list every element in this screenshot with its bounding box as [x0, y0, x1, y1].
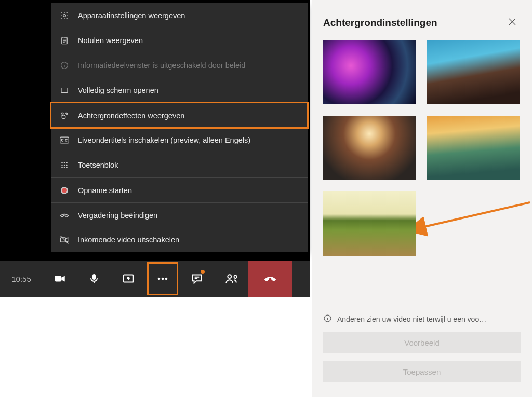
- svg-point-20: [162, 278, 164, 280]
- record-icon: [59, 185, 70, 196]
- meeting-control-bar: 10:55: [0, 261, 310, 297]
- background-option-village[interactable]: [323, 116, 416, 180]
- menu-item-label: Achtergrondeffecten weergeven: [78, 112, 184, 120]
- panel-info: Anderen zien uw video niet terwijl u een…: [312, 306, 532, 332]
- apply-button[interactable]: Toepassen: [323, 361, 521, 382]
- menu-item-label: Liveondertitels inschakelen (preview, al…: [78, 136, 250, 144]
- panel-header: Achtergrondinstellingen: [312, 0, 532, 40]
- svg-point-19: [158, 278, 161, 280]
- svg-rect-17: [92, 274, 96, 280]
- microphone-toggle-button[interactable]: [77, 261, 111, 297]
- panel-title: Achtergrondinstellingen: [323, 17, 437, 29]
- background-option-nebula[interactable]: [323, 40, 416, 104]
- more-actions-button[interactable]: [145, 261, 180, 297]
- menu-item-disable-incoming-video[interactable]: Inkomende video uitschakelen: [51, 227, 308, 252]
- notes-icon: [59, 35, 70, 46]
- captions-icon: [59, 135, 70, 145]
- menu-item-label: Notulen weergeven: [78, 36, 143, 45]
- menu-item-label: Inkomende video uitschakelen: [78, 236, 179, 244]
- background-settings-panel: Achtergrondinstellingen Anderen zien uw …: [312, 0, 532, 397]
- menu-item-label: Vergadering beëindigen: [78, 211, 157, 220]
- menu-item-keypad[interactable]: Toetsenblok: [51, 153, 308, 177]
- camera-toggle-button[interactable]: [43, 261, 77, 297]
- background-option-planet[interactable]: [427, 40, 520, 104]
- video-off-icon: [59, 235, 70, 245]
- background-option-sunset-figure[interactable]: [427, 116, 520, 180]
- phone-hangup-icon: [59, 210, 70, 221]
- menu-item-info-pane-disabled: Informatiedeelvenster is uitgeschakeld d…: [51, 53, 308, 78]
- menu-item-label: Informatiedeelvenster is uitgeschakeld d…: [78, 61, 245, 70]
- hangup-button[interactable]: [248, 261, 292, 297]
- share-screen-button[interactable]: [111, 261, 145, 297]
- notification-badge-icon: [201, 270, 205, 274]
- menu-item-start-recording[interactable]: Opname starten: [51, 177, 308, 202]
- svg-point-6: [61, 162, 62, 163]
- keypad-icon: [59, 160, 70, 170]
- menu-item-live-captions[interactable]: Liveondertitels inschakelen (preview, al…: [51, 128, 308, 153]
- menu-item-label: Toetsenblok: [78, 161, 118, 169]
- background-effects-icon: [59, 111, 70, 121]
- svg-point-11: [66, 165, 67, 166]
- fullscreen-icon: [59, 85, 70, 95]
- menu-item-label: Apparaatinstellingen weergeven: [78, 11, 185, 20]
- menu-item-label: Opname starten: [78, 186, 132, 195]
- svg-point-9: [61, 165, 62, 166]
- background-option-green-field[interactable]: [323, 191, 416, 256]
- svg-point-0: [63, 15, 66, 17]
- panel-info-text: Anderen zien uw video niet terwijl u een…: [337, 315, 486, 323]
- chat-button[interactable]: [180, 261, 214, 297]
- background-grid: [312, 40, 532, 256]
- svg-point-7: [64, 162, 65, 163]
- gear-icon: [59, 10, 70, 21]
- svg-rect-3: [61, 88, 68, 93]
- more-actions-menu: Apparaatinstellingen weergeven Notulen w…: [51, 3, 308, 252]
- svg-point-12: [61, 167, 62, 168]
- participants-button[interactable]: [214, 261, 248, 297]
- meeting-video-region: Apparaatinstellingen weergeven Notulen w…: [0, 0, 310, 297]
- info-icon: [59, 60, 70, 71]
- close-icon[interactable]: [508, 17, 516, 29]
- menu-item-fullscreen[interactable]: Volledig scherm openen: [51, 78, 308, 103]
- preview-button[interactable]: Voorbeeld: [323, 332, 521, 353]
- svg-rect-16: [55, 276, 61, 282]
- info-icon: [323, 314, 332, 324]
- svg-point-22: [228, 275, 231, 278]
- svg-point-8: [66, 162, 67, 163]
- svg-point-10: [64, 165, 65, 166]
- menu-item-end-meeting[interactable]: Vergadering beëindigen: [51, 202, 308, 227]
- svg-point-14: [66, 167, 67, 168]
- menu-item-meeting-notes[interactable]: Notulen weergeven: [51, 28, 308, 53]
- menu-item-device-settings[interactable]: Apparaatinstellingen weergeven: [51, 3, 308, 28]
- meeting-timer: 10:55: [0, 275, 43, 283]
- svg-point-21: [165, 278, 168, 280]
- svg-point-13: [64, 167, 65, 168]
- menu-item-background-effects[interactable]: Achtergrondeffecten weergeven: [51, 103, 308, 128]
- svg-point-4: [62, 115, 65, 118]
- menu-item-label: Volledig scherm openen: [78, 86, 158, 94]
